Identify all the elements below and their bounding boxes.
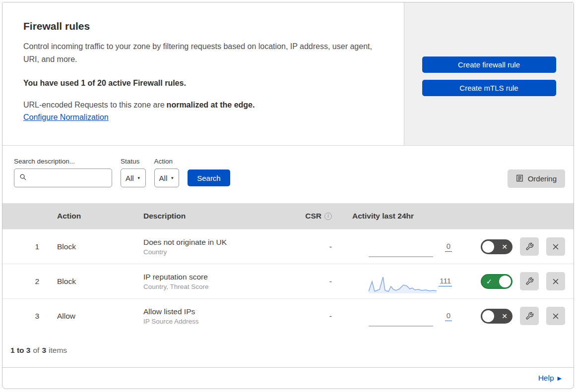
action-cell: Block xyxy=(47,242,136,251)
toggle-knob xyxy=(482,241,494,253)
action-label: Action xyxy=(154,158,180,165)
status-dropdown-value: All xyxy=(126,174,134,182)
table-row: 3 Allow Allow listed IPs IP Source Addre… xyxy=(2,298,574,333)
action-filter-group: Action All ▼ xyxy=(154,158,180,187)
help-link[interactable]: Help ▶ xyxy=(538,374,562,383)
ordering-button-label: Ordering xyxy=(528,174,557,183)
action-dropdown-value: All xyxy=(159,174,168,182)
action-cell: Allow xyxy=(47,312,136,321)
csr-column-label: CSR xyxy=(305,212,321,221)
description-cell: Allow listed IPs IP Source Address xyxy=(136,307,295,325)
csr-value: - xyxy=(295,242,340,251)
header-text-block: Firewall rules Control incoming traffic … xyxy=(2,2,404,145)
toggle-state-icon: ✕ xyxy=(502,312,508,319)
activity-sparkline-empty xyxy=(369,310,437,328)
toggle-state-icon: ✓ xyxy=(486,278,492,284)
create-mtls-rule-button[interactable]: Create mTLS rule xyxy=(422,80,556,96)
toggle-state-icon: ✕ xyxy=(502,243,508,250)
description-cell: IP reputation score Country, Threat Scor… xyxy=(136,273,295,290)
toggle-knob xyxy=(482,310,494,322)
bottom-bar: Help ▶ xyxy=(2,367,574,389)
page-description: Control incoming traffic to your zone by… xyxy=(23,40,383,66)
controls-cell: ✓ xyxy=(464,272,574,290)
wrench-icon xyxy=(525,242,534,251)
close-icon xyxy=(551,242,560,251)
wrench-icon xyxy=(525,277,534,285)
table-row: 1 Block Does not originate in UK Country… xyxy=(2,229,574,264)
ordering-button[interactable]: Ordering xyxy=(508,169,565,188)
pagination-range: 1 to 3 xyxy=(10,346,30,355)
activity-column-header: Activity last 24hr xyxy=(340,212,464,221)
priority-cell: 2 xyxy=(2,277,47,286)
chevron-down-icon: ▼ xyxy=(170,176,174,180)
controls-cell: ✕ xyxy=(464,307,574,325)
configure-normalization-link[interactable]: Configure Normalization xyxy=(23,113,109,122)
edit-rule-button[interactable] xyxy=(520,237,539,256)
status-filter-group: Status All ▼ xyxy=(121,158,146,187)
usage-summary: You have used 1 of 20 active Firewall ru… xyxy=(23,79,383,88)
arrow-right-icon: ▶ xyxy=(558,375,562,382)
csr-value: - xyxy=(295,277,340,286)
info-icon[interactable]: i xyxy=(324,213,332,220)
status-dropdown[interactable]: All ▼ xyxy=(121,168,146,187)
activity-sparkline xyxy=(369,276,437,293)
pagination-total: 3 xyxy=(42,346,46,355)
description-fields: Country, Threat Score xyxy=(143,283,295,290)
pagination-of: of xyxy=(33,346,39,355)
close-icon xyxy=(551,277,560,286)
pagination-items: items xyxy=(49,346,67,355)
description-column-header: Description xyxy=(136,212,295,221)
activity-sparkline-empty xyxy=(369,241,437,259)
action-dropdown[interactable]: All ▼ xyxy=(154,168,180,187)
delete-rule-button[interactable] xyxy=(546,307,565,325)
activity-count-link[interactable]: 111 xyxy=(439,277,452,286)
chevron-down-icon: ▼ xyxy=(137,176,141,180)
search-group: Search description... xyxy=(14,158,112,187)
search-input[interactable] xyxy=(31,174,107,182)
priority-cell: 1 xyxy=(2,242,47,251)
normalization-prefix: URL-encoded Requests to this zone are xyxy=(23,101,165,109)
search-label: Search description... xyxy=(14,158,112,165)
enable-toggle[interactable]: ✓ xyxy=(481,274,512,289)
description-title: IP reputation score xyxy=(143,273,295,281)
edit-rule-button[interactable] xyxy=(520,307,539,325)
controls-cell: ✕ xyxy=(464,237,574,256)
description-fields: IP Source Address xyxy=(143,318,295,325)
priority-cell: 3 xyxy=(2,312,47,321)
description-title: Allow listed IPs xyxy=(143,307,295,316)
search-icon xyxy=(19,173,27,182)
page-title: Firewall rules xyxy=(23,20,383,32)
help-link-label: Help xyxy=(538,374,554,383)
activity-count-link[interactable]: 0 xyxy=(445,311,452,321)
filter-bar: Search description... Status All ▼ Actio… xyxy=(2,146,574,203)
activity-count-link[interactable]: 0 xyxy=(445,242,452,252)
delete-rule-button[interactable] xyxy=(546,237,565,256)
csr-column-header: CSR i xyxy=(295,212,340,221)
wrench-icon xyxy=(525,312,534,320)
table-header-row: Action Description CSR i Activity last 2… xyxy=(2,203,574,229)
list-document-icon xyxy=(516,174,523,183)
toggle-knob xyxy=(499,276,511,287)
activity-cell: 0 xyxy=(340,299,464,333)
firewall-rules-card: Firewall rules Control incoming traffic … xyxy=(2,2,574,389)
action-cell: Block xyxy=(47,277,136,286)
edit-rule-button[interactable] xyxy=(520,272,539,290)
description-fields: Country xyxy=(143,248,295,256)
description-title: Does not originate in UK xyxy=(143,238,295,247)
description-cell: Does not originate in UK Country xyxy=(136,238,295,256)
close-icon xyxy=(551,312,560,321)
pagination-summary: 1 to 3 of 3 items xyxy=(2,333,574,367)
actions-panel: Create firewall rule Create mTLS rule xyxy=(404,2,574,145)
search-button[interactable]: Search xyxy=(188,169,230,186)
action-column-header: Action xyxy=(47,212,136,221)
normalization-note: URL-encoded Requests to this zone arenor… xyxy=(23,101,383,110)
search-input-wrap xyxy=(14,168,112,187)
header-section: Firewall rules Control incoming traffic … xyxy=(2,2,574,146)
normalization-bold: normalized at the edge. xyxy=(167,101,255,109)
table-row: 2 Block IP reputation score Country, Thr… xyxy=(2,264,574,298)
status-label: Status xyxy=(121,158,146,165)
enable-toggle[interactable]: ✕ xyxy=(481,309,512,324)
create-firewall-rule-button[interactable]: Create firewall rule xyxy=(422,56,556,73)
delete-rule-button[interactable] xyxy=(546,272,565,290)
enable-toggle[interactable]: ✕ xyxy=(481,239,512,254)
